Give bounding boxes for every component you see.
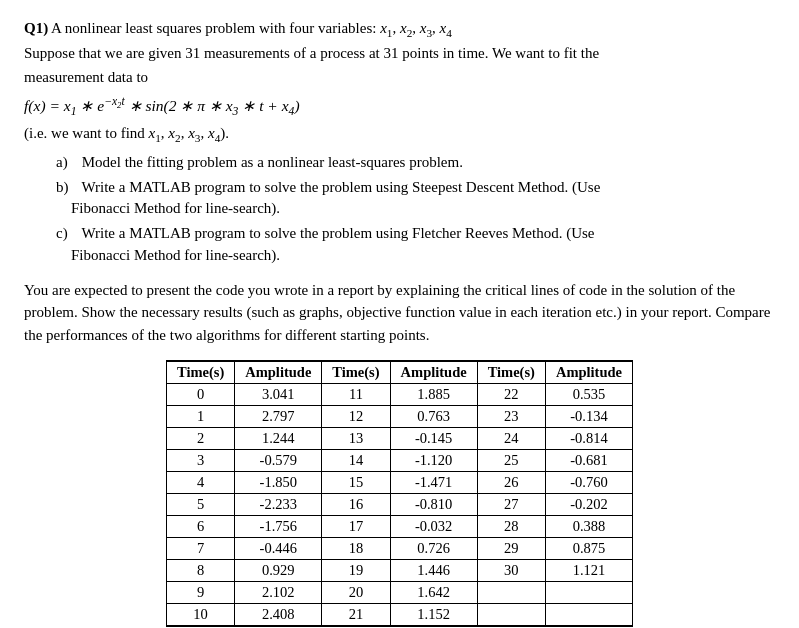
part-b-text: Write a MATLAB program to solve the prob… [56,179,600,217]
table-cell: 29 [477,538,545,560]
table-cell: 7 [166,538,234,560]
table-row: 6-1.75617-0.032280.388 [166,516,632,538]
table-cell: 21 [322,604,390,627]
table-cell [477,604,545,627]
table-cell: 0.388 [545,516,632,538]
table-cell: 2.102 [235,582,322,604]
table-cell: -1.120 [390,450,477,472]
q-header: Q1) A nonlinear least squares problem wi… [24,18,775,41]
table-cell: 9 [166,582,234,604]
q-line2: measurement data to [24,67,775,89]
table-cell: 20 [322,582,390,604]
table-cell: 2.408 [235,604,322,627]
table-cell: 1.121 [545,560,632,582]
table-cell: 16 [322,494,390,516]
table-cell: 19 [322,560,390,582]
part-c-label: c) [56,223,78,245]
table-cell: 3.041 [235,384,322,406]
table-row: 3-0.57914-1.12025-0.681 [166,450,632,472]
table-cell: 0.763 [390,406,477,428]
part-b: b) Write a MATLAB program to solve the p… [56,177,775,221]
table-cell: -0.810 [390,494,477,516]
table-cell: -1.756 [235,516,322,538]
data-table: Time(s) Amplitude Time(s) Amplitude Time… [166,360,633,627]
table-cell: 0.875 [545,538,632,560]
table-cell: -0.760 [545,472,632,494]
table-wrapper: Time(s) Amplitude Time(s) Amplitude Time… [24,360,775,627]
table-cell: 1.642 [390,582,477,604]
part-a-label: a) [56,152,78,174]
table-cell: 1.885 [390,384,477,406]
table-cell: -0.134 [545,406,632,428]
part-a-text: Model the fitting problem as a nonlinear… [82,154,463,170]
table-row: 21.24413-0.14524-0.814 [166,428,632,450]
extra-paragraph: You are expected to present the code you… [24,279,775,347]
table-cell: 4 [166,472,234,494]
table-cell: 11 [322,384,390,406]
table-cell: 0.726 [390,538,477,560]
table-cell: 1.244 [235,428,322,450]
col-time2: Time(s) [322,361,390,384]
col-time3: Time(s) [477,361,545,384]
table-cell: 3 [166,450,234,472]
formula: f(x) = x1 ∗ e−x2t ∗ sin(2 ∗ π ∗ x3 ∗ t +… [24,93,775,121]
table-cell: 13 [322,428,390,450]
table-row: 12.797120.76323-0.134 [166,406,632,428]
table-row: 92.102201.642 [166,582,632,604]
table-cell: 1 [166,406,234,428]
col-amp3: Amplitude [545,361,632,384]
table-row: 80.929191.446301.121 [166,560,632,582]
table-cell: 15 [322,472,390,494]
ie-line: (i.e. we want to find x1, x2, x3, x4). [24,123,775,146]
table-cell: 18 [322,538,390,560]
table-row: 7-0.446180.726290.875 [166,538,632,560]
table-cell: 2 [166,428,234,450]
table-cell: 0 [166,384,234,406]
table-cell: -0.681 [545,450,632,472]
table-cell: 6 [166,516,234,538]
table-cell: 17 [322,516,390,538]
table-cell [477,582,545,604]
table-cell: 25 [477,450,545,472]
part-b-label: b) [56,177,78,199]
table-cell: 27 [477,494,545,516]
table-cell: 28 [477,516,545,538]
parts-list: a) Model the fitting problem as a nonlin… [56,152,775,267]
table-cell: 23 [477,406,545,428]
table-header-row: Time(s) Amplitude Time(s) Amplitude Time… [166,361,632,384]
table-cell: -0.446 [235,538,322,560]
table-cell: 5 [166,494,234,516]
table-cell: -0.032 [390,516,477,538]
question-block: Q1) A nonlinear least squares problem wi… [24,18,775,627]
col-amp1: Amplitude [235,361,322,384]
table-row: 102.408211.152 [166,604,632,627]
table-cell: 14 [322,450,390,472]
part-c: c) Write a MATLAB program to solve the p… [56,223,775,267]
part-c-text: Write a MATLAB program to solve the prob… [56,225,595,263]
table-cell: 22 [477,384,545,406]
table-cell: 12 [322,406,390,428]
table-cell: 1.446 [390,560,477,582]
table-cell: -0.579 [235,450,322,472]
table-cell: -1.471 [390,472,477,494]
table-cell: 24 [477,428,545,450]
q-label: Q1) [24,20,48,36]
table-cell: -2.233 [235,494,322,516]
table-row: 5-2.23316-0.81027-0.202 [166,494,632,516]
table-row: 4-1.85015-1.47126-0.760 [166,472,632,494]
table-cell: -1.850 [235,472,322,494]
table-cell: 0.535 [545,384,632,406]
table-cell: -0.202 [545,494,632,516]
table-row: 03.041111.885220.535 [166,384,632,406]
table-cell: 10 [166,604,234,627]
q-line1: Suppose that we are given 31 measurement… [24,43,775,65]
col-time1: Time(s) [166,361,234,384]
table-cell [545,604,632,627]
table-cell: -0.145 [390,428,477,450]
table-cell: 30 [477,560,545,582]
table-cell: 2.797 [235,406,322,428]
table-cell: 0.929 [235,560,322,582]
table-cell: 1.152 [390,604,477,627]
part-a: a) Model the fitting problem as a nonlin… [56,152,775,174]
table-cell: -0.814 [545,428,632,450]
